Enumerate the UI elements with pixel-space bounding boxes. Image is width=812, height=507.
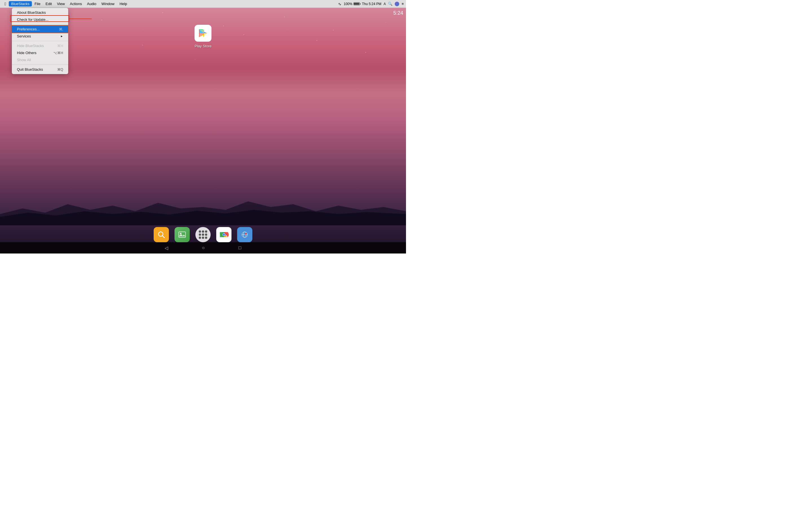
play-store-app[interactable]: Play Store — [195, 25, 211, 48]
apps-dot — [205, 233, 207, 236]
menu-item-check-update-label: Check for Update... — [17, 17, 49, 22]
edit-menu[interactable]: Edit — [43, 1, 54, 6]
apps-dot — [205, 237, 207, 239]
hide-others-shortcut: ⌥⌘H — [53, 51, 63, 55]
apps-dot — [202, 237, 204, 239]
apps-dot — [202, 233, 204, 236]
recent-apps-button[interactable]: □ — [239, 245, 241, 250]
preferences-shortcut: ⌘, — [59, 27, 63, 31]
chrome-icon — [219, 230, 229, 240]
apps-dot — [202, 230, 204, 233]
mountains-silhouette — [0, 191, 406, 225]
services-arrow: ► — [60, 35, 63, 38]
spotlight-icon[interactable]: 🔍 — [388, 2, 393, 6]
play-store-label: Play Store — [195, 44, 211, 48]
apple-menu[interactable]:  — [2, 1, 8, 7]
apps-grid — [199, 230, 207, 239]
window-menu[interactable]: Window — [99, 1, 117, 6]
back-button[interactable]: ◁ — [165, 245, 168, 251]
actions-menu[interactable]: Actions — [68, 1, 84, 6]
battery-percentage: 100% — [344, 2, 352, 6]
dock-photo-app[interactable] — [174, 227, 190, 242]
svg-rect-16 — [179, 232, 186, 237]
menu-item-about[interactable]: About BlueStacks — [12, 9, 68, 16]
search-icon — [157, 230, 165, 239]
svg-point-17 — [180, 233, 182, 234]
menu-separator-2 — [12, 41, 68, 41]
maps-icon — [240, 230, 249, 239]
battery-bar — [354, 2, 360, 5]
home-button[interactable]: ○ — [202, 245, 205, 250]
battery-fill — [354, 3, 359, 5]
menu-item-show-all: Show All — [12, 56, 68, 63]
android-navbar: ◁ ○ □ — [0, 242, 406, 253]
bluestacks-dropdown-menu: About BlueStacks Check for Update... Pre… — [12, 8, 68, 74]
battery-info: 100% — [344, 2, 360, 6]
dock-search-app[interactable] — [154, 227, 169, 242]
dock-chrome-app[interactable] — [216, 227, 232, 242]
menu-separator-3 — [12, 64, 68, 65]
svg-line-15 — [162, 236, 164, 238]
bluestacks-menu[interactable]: BlueStacks — [9, 1, 32, 6]
menu-item-about-label: About BlueStacks — [17, 10, 46, 15]
apps-dot — [199, 237, 201, 239]
android-time: 5:24 — [393, 10, 403, 16]
quit-shortcut: ⌘Q — [57, 68, 63, 71]
menu-item-services-label: Services — [17, 34, 31, 38]
audio-menu[interactable]: Audio — [85, 1, 98, 6]
dock-all-apps[interactable] — [195, 227, 211, 242]
wifi-icon: ∿ — [338, 2, 342, 6]
input-source: A — [384, 2, 386, 6]
siri-icon[interactable] — [395, 2, 399, 6]
dock-browser-app[interactable] — [237, 227, 252, 242]
svg-marker-18 — [179, 234, 186, 236]
menubar-right: ∿ 100% Thu 5:24 PM A 🔍 ≡ — [338, 2, 404, 6]
apps-dot — [205, 230, 207, 233]
play-store-logo — [198, 28, 208, 38]
menu-item-hide-others-label: Hide Others — [17, 51, 36, 55]
menu-item-services[interactable]: Services ► — [12, 33, 68, 40]
menu-item-preferences[interactable]: Preferences... ⌘, — [12, 25, 68, 33]
menu-item-hide-bluestacks: Hide BlueStacks ⌘H — [12, 42, 68, 49]
hide-bluestacks-shortcut: ⌘H — [57, 44, 63, 48]
apps-dot — [199, 233, 201, 236]
help-menu[interactable]: Help — [117, 1, 130, 6]
photo-icon — [177, 230, 187, 239]
svg-point-22 — [223, 233, 225, 236]
file-menu[interactable]: File — [33, 1, 43, 6]
notification-center-icon[interactable]: ≡ — [402, 2, 404, 6]
menubar-left:  BlueStacks File Edit View Actions Audi… — [2, 1, 130, 7]
datetime-display: Thu 5:24 PM — [362, 2, 382, 6]
menu-item-show-all-label: Show All — [17, 58, 31, 62]
menu-item-hide-others[interactable]: Hide Others ⌥⌘H — [12, 49, 68, 56]
menu-item-quit[interactable]: Quit BlueStacks ⌘Q — [12, 66, 68, 73]
android-dock — [0, 227, 406, 242]
menu-separator-1 — [12, 24, 68, 24]
menu-item-hide-bluestacks-label: Hide BlueStacks — [17, 44, 44, 48]
play-store-icon-box — [195, 25, 211, 42]
mac-menubar:  BlueStacks File Edit View Actions Audi… — [0, 0, 406, 8]
menu-item-check-update[interactable]: Check for Update... — [12, 16, 68, 23]
menu-item-preferences-label: Preferences... — [17, 27, 40, 31]
apps-dot — [199, 230, 201, 233]
view-menu[interactable]: View — [55, 1, 67, 6]
menu-item-quit-label: Quit BlueStacks — [17, 67, 43, 71]
